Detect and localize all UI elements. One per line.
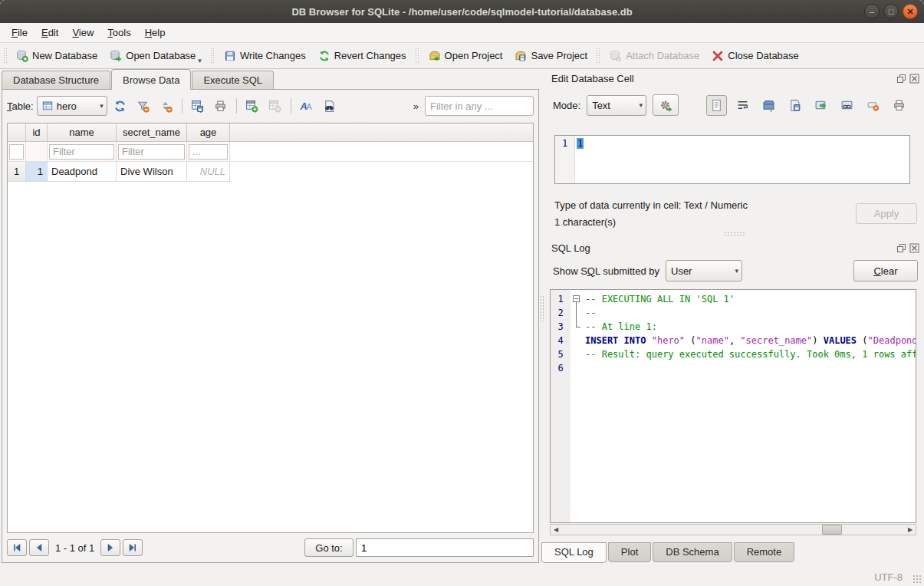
cell-name[interactable]: Deadpond [48, 162, 117, 182]
copy-link-button[interactable] [837, 95, 857, 116]
scroll-right-icon[interactable]: ▶ [905, 525, 916, 535]
table-row: 1 1 Deadpond Dive Wilson NULL [8, 162, 533, 182]
close-database-button[interactable]: Close Database [705, 45, 805, 67]
first-record-button[interactable] [7, 539, 27, 556]
clear-log-button[interactable]: Clear [853, 260, 918, 281]
grid-corner[interactable] [8, 123, 26, 142]
close-database-icon [712, 50, 724, 62]
set-null-button[interactable] [863, 95, 883, 116]
refresh-icon [113, 100, 127, 113]
toolbar-overflow-chevron[interactable]: » [410, 100, 422, 112]
close-panel-icon[interactable] [909, 243, 919, 253]
maximize-icon[interactable]: □ [883, 4, 899, 19]
gear-icon [659, 99, 672, 112]
table-selector[interactable]: hero ▾ [37, 96, 107, 116]
new-database-button[interactable]: New Database [10, 45, 104, 67]
goto-input[interactable] [356, 538, 534, 557]
export-data-button[interactable] [811, 95, 831, 116]
minimize-icon[interactable]: – [864, 4, 880, 19]
save-project-icon [515, 50, 527, 62]
write-changes-icon [224, 50, 236, 62]
tab-database-structure[interactable]: Database Structure [2, 71, 110, 90]
find-button[interactable] [320, 96, 340, 116]
open-project-button[interactable]: Open Project [423, 45, 509, 67]
open-database-dropdown-icon[interactable]: ▾ [198, 57, 202, 67]
dock-splitter-handle[interactable] [540, 295, 544, 321]
submitter-selector[interactable]: User ▾ [666, 260, 742, 281]
cell-age[interactable]: NULL [187, 162, 230, 182]
sql-log-code[interactable]: 1−-- EXECUTING ALL IN 'SQL 1'2--3-- At l… [550, 289, 916, 523]
open-database-button[interactable]: Open Database ▾ [104, 45, 208, 67]
delete-record-icon [268, 100, 281, 113]
tab-remote[interactable]: Remote [734, 542, 795, 562]
next-record-button[interactable] [100, 539, 120, 556]
insert-record-button[interactable] [242, 96, 262, 116]
tab-browse-data[interactable]: Browse Data [111, 69, 191, 90]
fold-collapse-icon[interactable]: − [573, 295, 580, 302]
export-table-button[interactable] [188, 96, 208, 116]
clear-sorting-button[interactable] [156, 96, 176, 116]
menu-view[interactable]: View [65, 23, 100, 42]
write-changes-button[interactable]: Write Changes [218, 45, 312, 67]
column-header-age[interactable]: age [187, 123, 230, 142]
filter-any-input[interactable] [425, 96, 534, 116]
revert-changes-button[interactable]: Revert Changes [312, 45, 413, 67]
goto-button[interactable]: Go to: [304, 538, 353, 557]
float-panel-icon[interactable] [896, 74, 906, 84]
print-table-button[interactable] [211, 96, 231, 116]
close-icon[interactable]: ✕ [903, 4, 918, 19]
refresh-button[interactable] [110, 96, 130, 116]
word-wrap-button[interactable] [732, 95, 753, 116]
filter-input-secret-name[interactable] [118, 144, 185, 160]
menu-file[interactable]: File [5, 23, 35, 42]
auto-apply-button[interactable] [653, 94, 679, 116]
filter-input-age[interactable] [189, 144, 228, 160]
scrollbar-thumb[interactable] [822, 525, 842, 535]
resize-grip[interactable] [912, 574, 922, 584]
panel-splitter-handle[interactable] [724, 232, 745, 235]
data-grid[interactable]: id name secret_name age 1 1 [7, 123, 534, 533]
mode-selector-value: Text [592, 100, 610, 111]
menu-tools[interactable]: Tools [100, 23, 137, 42]
text-mode-button[interactable] [706, 95, 727, 116]
filter-input-id[interactable] [9, 144, 24, 160]
menu-edit[interactable]: Edit [35, 23, 65, 42]
browse-data-panel: Table: hero ▾ [2, 89, 539, 563]
filter-input-name[interactable] [49, 144, 114, 160]
clear-filters-button[interactable] [133, 96, 153, 116]
scrollbar-track[interactable] [561, 525, 905, 535]
submitter-value: User [671, 265, 692, 277]
encoding-indicator: UTF-8 [874, 571, 903, 583]
attach-database-icon [610, 50, 622, 62]
row-number[interactable]: 1 [8, 162, 26, 182]
cell-id[interactable]: 1 [26, 162, 48, 182]
mode-selector[interactable]: Text ▾ [587, 95, 646, 116]
previous-record-button[interactable] [29, 539, 49, 556]
menu-help[interactable]: Help [138, 23, 173, 42]
close-panel-icon[interactable] [909, 74, 919, 84]
cell-secret-name[interactable]: Dive Wilson [117, 162, 187, 182]
save-data-button[interactable] [784, 95, 805, 116]
print-cell-button[interactable] [889, 95, 909, 116]
save-project-button[interactable]: Save Project [508, 45, 594, 67]
tab-db-schema[interactable]: DB Schema [653, 542, 732, 562]
chevron-down-icon: ▾ [633, 101, 643, 109]
column-header-id[interactable]: id [26, 123, 48, 142]
set-null-icon [866, 99, 880, 112]
tab-sql-log[interactable]: SQL Log [541, 542, 607, 563]
font-settings-button[interactable]: AA [297, 96, 317, 116]
sql-log-hscrollbar[interactable]: ◀ ▶ [550, 524, 916, 535]
import-data-button[interactable] [758, 95, 779, 116]
scroll-left-icon[interactable]: ◀ [551, 525, 561, 535]
chevron-down-icon: ▾ [728, 267, 738, 275]
tab-execute-sql[interactable]: Execute SQL [192, 71, 274, 90]
link-icon [840, 99, 853, 112]
last-record-button[interactable] [123, 539, 143, 556]
float-panel-icon[interactable] [896, 243, 906, 253]
column-header-secret-name[interactable]: secret_name [117, 123, 187, 142]
tab-plot[interactable]: Plot [608, 542, 651, 562]
revert-changes-icon [318, 50, 330, 62]
toolbar-handle[interactable] [3, 48, 8, 64]
cell-editor[interactable]: 1 1 [554, 135, 910, 184]
column-header-name[interactable]: name [48, 123, 117, 142]
